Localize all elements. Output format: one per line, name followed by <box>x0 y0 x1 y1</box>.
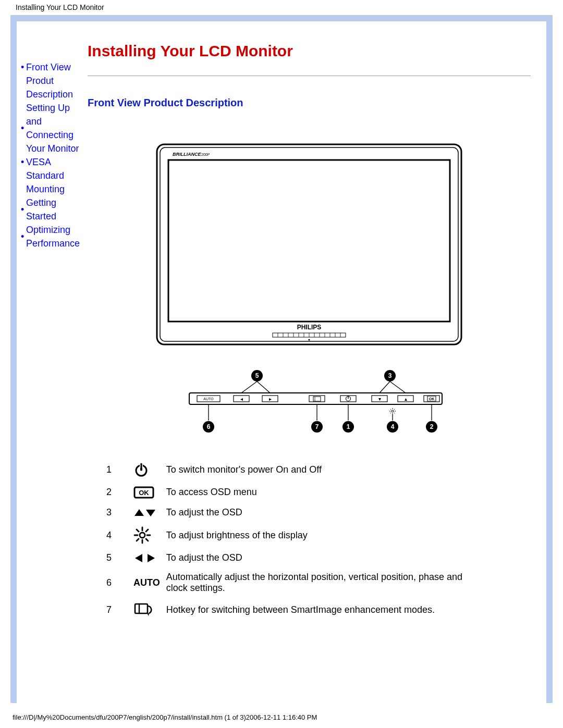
sidebar-item-label: Setting Up and Connecting Your Monitor <box>26 101 82 155</box>
svg-text:OK: OK <box>139 489 149 497</box>
smartimage-button-icon <box>313 397 321 401</box>
sidebar-item-optimizing[interactable]: • Optimizing Performance <box>22 223 82 250</box>
bullet-icon: • <box>21 60 26 74</box>
ok-button-icon: OK <box>427 396 436 401</box>
up-down-arrows-icon <box>130 503 163 522</box>
row-description: To access OSD menu <box>163 482 479 503</box>
row-description: To switch monitor's power On and Off <box>163 458 479 482</box>
down-arrow-icon: ▾ <box>378 396 381 402</box>
bullet-icon: • <box>21 230 26 243</box>
table-row: 4 To <box>103 522 479 548</box>
control-panel-illustration: AUTO ◂ ▸ ▾ ▴ <box>153 364 466 437</box>
svg-line-40 <box>390 413 391 413</box>
row-description: To adjust the OSD <box>163 548 479 567</box>
svg-rect-0 <box>157 144 461 344</box>
svg-line-42 <box>257 381 270 393</box>
callout-4: 4 <box>391 423 395 430</box>
row-number: 2 <box>103 482 130 503</box>
row-number: 7 <box>103 598 130 622</box>
svg-line-71 <box>146 539 148 541</box>
callout-7: 7 <box>315 423 319 430</box>
model-label: 200P <box>201 153 210 156</box>
row-number: 4 <box>103 522 130 548</box>
window-title: Installing Your LCD Monitor <box>0 0 563 15</box>
bullet-icon: • <box>21 121 26 135</box>
sidebar: • Front View Produt Description • Settin… <box>17 21 82 250</box>
table-row: 6 AUTO Automatically adjust the horizont… <box>103 567 479 598</box>
page-title: Installing Your LCD Monitor <box>88 42 531 60</box>
sidebar-item-vesa[interactable]: • VESA Standard Mounting <box>22 155 82 196</box>
table-row: 3 To adjust the OSD <box>103 503 479 522</box>
left-right-arrows-icon <box>130 548 163 567</box>
main-content: Installing Your LCD Monitor Front View P… <box>82 21 546 622</box>
svg-rect-76 <box>135 604 148 613</box>
svg-line-38 <box>394 413 395 413</box>
left-arrow-icon: ◂ <box>240 396 243 402</box>
bullet-icon: • <box>21 203 26 216</box>
callout-6: 6 <box>207 423 211 430</box>
svg-line-41 <box>241 381 257 393</box>
page-footer-path: file:///D|/My%20Documents/dfu/200P7/engl… <box>0 703 563 727</box>
brilliance-label: BRILLIANCE <box>173 152 201 157</box>
monitor-front-illustration: BRILLIANCE 200P PHILIPS <box>153 140 466 349</box>
svg-line-39 <box>394 409 395 410</box>
table-row: 7 Hotkey for switching between SmartImag… <box>103 598 479 622</box>
svg-rect-2 <box>168 160 450 322</box>
bullet-icon: • <box>21 155 26 169</box>
table-row: 1 To switch monitor's power On and Off <box>103 458 479 482</box>
right-arrow-icon: ▸ <box>269 396 272 402</box>
svg-marker-74 <box>135 554 142 562</box>
callout-1: 1 <box>347 423 350 430</box>
led-indicator <box>308 339 310 340</box>
table-row: 5 To adjust the OSD <box>103 548 479 567</box>
ok-icon: OK <box>130 482 163 503</box>
row-description: Automatically adjust the horizontal posi… <box>163 567 479 598</box>
svg-marker-78 <box>146 612 149 616</box>
sidebar-item-getting-started[interactable]: • Getting Started <box>22 196 82 223</box>
control-description-table: 1 To switch monitor's power On and Off 2… <box>103 458 479 622</box>
svg-point-32 <box>391 410 394 412</box>
auto-button-label: AUTO <box>203 397 214 401</box>
divider <box>88 76 531 76</box>
sidebar-item-label: Front View Produt Description <box>26 60 82 101</box>
power-button-icon <box>346 396 351 401</box>
sidebar-item-front-view[interactable]: • Front View Produt Description <box>22 60 82 101</box>
sidebar-item-setting-up[interactable]: • Setting Up and Connecting Your Monitor <box>22 101 82 155</box>
svg-line-37 <box>390 409 391 410</box>
row-number: 1 <box>103 458 130 482</box>
power-icon <box>130 458 163 482</box>
row-number: 3 <box>103 503 130 522</box>
sidebar-item-label: VESA Standard Mounting <box>26 155 82 196</box>
row-description: To adjust brightness of the display <box>163 522 479 548</box>
svg-line-43 <box>380 381 390 393</box>
row-number: 5 <box>103 548 130 567</box>
row-description: To adjust the OSD <box>163 503 479 522</box>
sidebar-item-label: Optimizing Performance <box>26 223 82 250</box>
brightness-icon <box>389 408 396 414</box>
callout-3: 3 <box>388 372 392 379</box>
svg-line-72 <box>146 529 148 532</box>
svg-text:OK: OK <box>429 397 435 401</box>
svg-rect-1 <box>160 147 458 341</box>
svg-marker-75 <box>148 554 155 562</box>
svg-marker-64 <box>146 510 155 516</box>
svg-line-73 <box>137 539 139 541</box>
svg-line-44 <box>390 381 406 393</box>
smartimage-icon <box>130 598 163 622</box>
callout-5: 5 <box>255 372 259 379</box>
auto-label-icon: AUTO <box>130 567 163 598</box>
brightness-icon <box>130 522 163 548</box>
callout-2: 2 <box>430 423 434 430</box>
row-description: Hotkey for switching between SmartImage … <box>163 598 479 622</box>
content-frame: • Front View Produt Description • Settin… <box>10 15 553 703</box>
section-title: Front View Product Description <box>88 97 531 109</box>
svg-line-70 <box>137 529 139 532</box>
row-number: 6 <box>103 567 130 598</box>
page: Installing Your LCD Monitor • Front View… <box>0 0 563 726</box>
up-arrow-icon: ▴ <box>405 396 407 402</box>
table-row: 2 OK To access OSD menu <box>103 482 479 503</box>
sidebar-item-label: Getting Started <box>26 196 82 223</box>
philips-label: PHILIPS <box>297 324 322 331</box>
svg-marker-63 <box>134 509 144 516</box>
svg-point-65 <box>140 533 145 538</box>
